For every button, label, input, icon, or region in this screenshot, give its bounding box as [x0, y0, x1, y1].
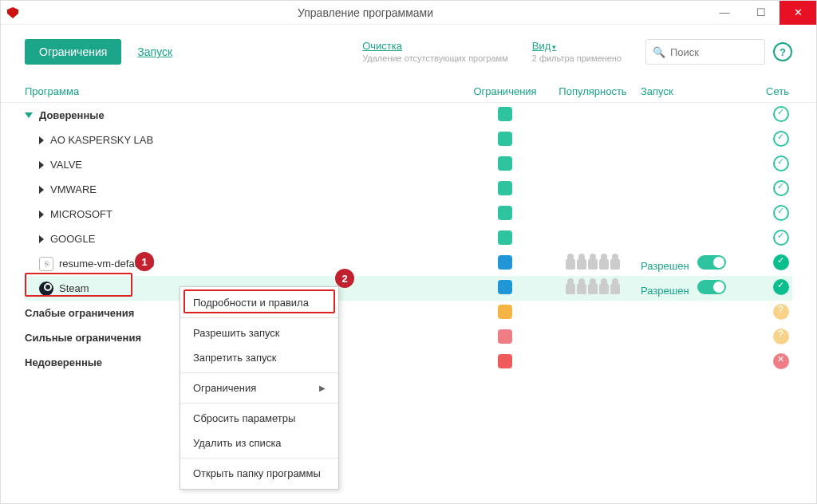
search-box[interactable]: 🔍: [645, 39, 765, 65]
col-restrictions[interactable]: Ограничения: [465, 85, 545, 97]
restriction-icon[interactable]: [498, 255, 512, 270]
network-allow-icon[interactable]: [773, 254, 789, 270]
col-launch[interactable]: Запуск: [641, 85, 736, 97]
network-allow-icon[interactable]: [773, 279, 789, 295]
steam-icon: [39, 282, 53, 296]
group-trusted[interactable]: Доверенные: [25, 103, 792, 128]
ctx-deny-launch[interactable]: Запретить запуск: [180, 345, 338, 370]
svg-marker-0: [7, 7, 18, 18]
launch-status: Разрешен: [641, 285, 689, 297]
chevron-right-icon: ▶: [319, 384, 326, 392]
window-title: Управление программами: [25, 6, 706, 19]
group-label: Сильные ограничения: [25, 332, 141, 344]
network-allow-icon[interactable]: [773, 205, 789, 221]
group-strong[interactable]: Сильные ограничения: [25, 325, 792, 350]
restriction-icon[interactable]: [498, 305, 512, 319]
network-allow-icon[interactable]: [773, 106, 789, 122]
app-row-steam[interactable]: Steam Разрешен: [25, 276, 792, 301]
separator: [180, 458, 338, 459]
program-tree: Доверенные AO KASPERSKY LAB VALVE VMWARE…: [1, 103, 816, 375]
ctx-details[interactable]: Подробности и правила: [180, 290, 338, 315]
restriction-icon[interactable]: [498, 230, 512, 245]
close-button[interactable]: ✕: [780, 1, 816, 25]
network-allow-icon[interactable]: [773, 131, 789, 147]
col-network[interactable]: Сеть: [736, 85, 792, 97]
ctx-restrictions[interactable]: Ограничения▶: [180, 376, 338, 400]
view-sub: 2 фильтра применено: [532, 53, 622, 63]
vendor-row[interactable]: VMWARE: [25, 177, 792, 202]
cleanup-link[interactable]: Очистка Удаление отсутствующих программ: [362, 40, 508, 64]
network-warn-icon[interactable]: [773, 304, 789, 320]
app-logo-icon: [1, 6, 25, 19]
expand-icon[interactable]: [39, 136, 44, 144]
search-icon: 🔍: [653, 46, 665, 58]
vendor-label: GOOGLE: [50, 233, 95, 245]
network-warn-icon[interactable]: [773, 329, 789, 345]
launch-toggle[interactable]: [697, 280, 726, 294]
launch-status: Разрешен: [641, 260, 689, 272]
vendor-row[interactable]: VALVE: [25, 152, 792, 177]
popularity-icon: [545, 283, 641, 294]
cleanup-sub: Удаление отсутствующих программ: [362, 53, 508, 63]
network-deny-icon[interactable]: [773, 353, 789, 369]
file-icon: ⎘: [39, 257, 53, 271]
expand-icon[interactable]: [39, 161, 44, 169]
expand-icon[interactable]: [39, 211, 44, 219]
restriction-icon[interactable]: [498, 132, 512, 146]
group-label: Слабые ограничения: [25, 307, 134, 319]
col-program[interactable]: Программа: [25, 85, 465, 97]
minimize-button[interactable]: —: [706, 1, 743, 25]
maximize-button[interactable]: ☐: [743, 1, 780, 25]
restriction-icon[interactable]: [498, 156, 512, 171]
separator: [180, 372, 338, 373]
group-label: Доверенные: [39, 109, 105, 121]
view-label: Вид▾: [532, 40, 622, 52]
search-input[interactable]: [670, 46, 758, 58]
launch-toggle[interactable]: [697, 255, 726, 270]
network-allow-icon[interactable]: [773, 156, 789, 171]
expand-icon[interactable]: [39, 235, 44, 243]
view-link[interactable]: Вид▾ 2 фильтра применено: [532, 40, 622, 64]
toolbar: Ограничения Запуск Очистка Удаление отсу…: [1, 25, 816, 73]
restriction-icon[interactable]: [498, 329, 512, 344]
ctx-open-folder[interactable]: Открыть папку программы: [180, 461, 338, 486]
ctx-restrictions-label: Ограничения: [193, 382, 256, 394]
popularity-icon: [545, 258, 641, 270]
group-weak[interactable]: Слабые ограничения: [25, 301, 792, 325]
vendor-row[interactable]: GOOGLE: [25, 226, 792, 251]
ctx-remove[interactable]: Удалить из списка: [180, 431, 338, 455]
vendor-label: AO KASPERSKY LAB: [50, 134, 153, 146]
cleanup-label: Очистка: [362, 40, 508, 52]
col-popularity[interactable]: Популярность: [545, 85, 641, 97]
network-allow-icon[interactable]: [773, 230, 789, 246]
titlebar: Управление программами — ☐ ✕: [1, 1, 816, 25]
vendor-row[interactable]: MICROSOFT: [25, 202, 792, 226]
vendor-label: MICROSOFT: [50, 208, 112, 220]
restriction-icon[interactable]: [498, 280, 512, 294]
context-menu: Подробности и правила Разрешить запуск З…: [180, 286, 339, 490]
restriction-icon[interactable]: [498, 206, 512, 220]
chevron-down-icon: ▾: [552, 43, 556, 51]
restriction-icon[interactable]: [498, 107, 512, 121]
app-label: Steam: [59, 282, 89, 294]
group-untrusted[interactable]: Недоверенные: [25, 350, 792, 375]
vendor-label: VALVE: [50, 159, 82, 171]
separator: [180, 403, 338, 404]
ctx-allow-launch[interactable]: Разрешить запуск: [180, 321, 338, 345]
ctx-reset[interactable]: Сбросить параметры: [180, 406, 338, 431]
restrictions-tab[interactable]: Ограничения: [25, 39, 121, 65]
launch-tab[interactable]: Запуск: [137, 45, 172, 58]
annotation-badge-2: 2: [335, 269, 354, 288]
restriction-icon[interactable]: [498, 354, 512, 368]
help-button[interactable]: ?: [773, 42, 792, 61]
collapse-icon[interactable]: [25, 112, 33, 118]
column-headers: Программа Ограничения Популярность Запус…: [1, 73, 816, 103]
restriction-icon[interactable]: [498, 181, 512, 195]
separator: [180, 317, 338, 318]
vendor-label: VMWARE: [50, 183, 97, 195]
annotation-badge-1: 1: [135, 252, 154, 271]
network-allow-icon[interactable]: [773, 180, 789, 196]
vendor-row[interactable]: AO KASPERSKY LAB: [25, 128, 792, 152]
group-label: Недоверенные: [25, 356, 102, 368]
expand-icon[interactable]: [39, 186, 44, 194]
